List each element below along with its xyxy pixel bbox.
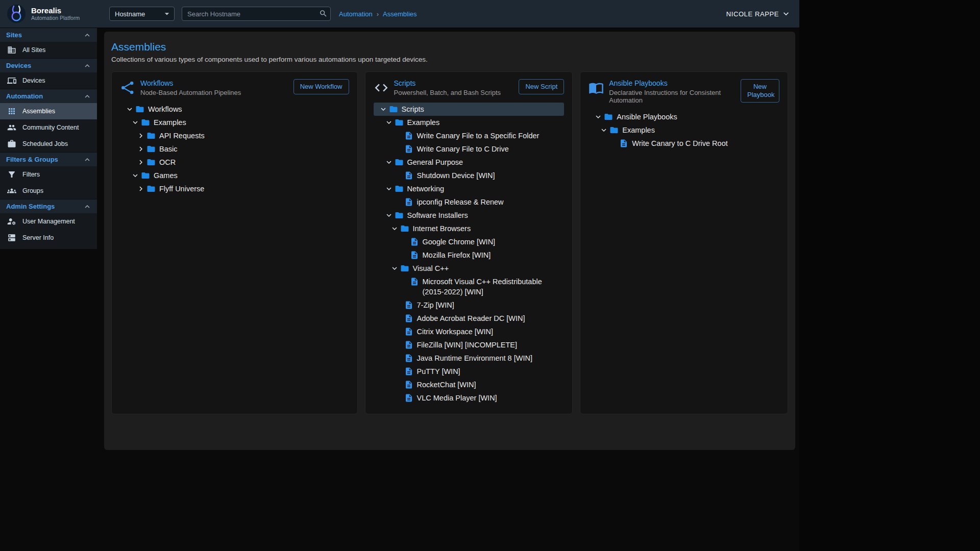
tree-label: Workflows bbox=[148, 104, 182, 114]
tree-file-java-runtime-environment-8-win[interactable]: Java Runtime Environment 8 [WIN] bbox=[374, 352, 565, 365]
new-workflow-button[interactable]: New Workflow bbox=[293, 79, 349, 94]
chevron-down-icon bbox=[384, 211, 394, 220]
folder-icon bbox=[146, 144, 156, 154]
new-script-button[interactable]: New Script bbox=[519, 79, 564, 94]
tree-label: Mozilla Firefox [WIN] bbox=[423, 250, 491, 260]
tree-label: Java Runtime Environment 8 [WIN] bbox=[417, 353, 532, 363]
hostname-select[interactable]: Hostname bbox=[109, 7, 175, 21]
scheduled-jobs-icon bbox=[7, 139, 16, 148]
folder-icon bbox=[141, 118, 150, 127]
sidebar-item-user-management[interactable]: User Management bbox=[0, 213, 97, 230]
sidebar-section-automation[interactable]: Automation bbox=[0, 89, 97, 103]
tree-file-citrix-workspace-win[interactable]: Citrix Workspace [WIN] bbox=[374, 325, 565, 338]
tree-folder-ocr[interactable]: OCR bbox=[120, 156, 349, 169]
sidebar-section-devices[interactable]: Devices bbox=[0, 58, 97, 72]
tree-label: Visual C++ bbox=[413, 263, 449, 273]
search-input[interactable] bbox=[182, 7, 331, 21]
file-icon bbox=[404, 300, 413, 310]
tree-file-write-canary-file-to-c-drive[interactable]: Write Canary File to C Drive bbox=[374, 142, 565, 156]
tree-file-microsoft-visual-c-redistributable-2015-2022-win[interactable]: Microsoft Visual C++ Redistributable (20… bbox=[374, 275, 565, 298]
tree-label: API Requests bbox=[159, 131, 205, 141]
sidebar-item-all-sites[interactable]: All Sites bbox=[0, 42, 97, 58]
file-icon bbox=[619, 139, 628, 148]
tree-folder-scripts[interactable]: Scripts bbox=[374, 103, 565, 116]
tree-folder-examples[interactable]: Examples bbox=[589, 123, 779, 137]
breadcrumb-automation[interactable]: Automation bbox=[339, 10, 373, 18]
tree-label: Networking bbox=[407, 184, 445, 194]
tree-folder-examples[interactable]: Examples bbox=[120, 116, 349, 129]
chevron-down-icon bbox=[384, 184, 394, 193]
tree-file-7-zip-win[interactable]: 7-Zip [WIN] bbox=[374, 298, 565, 312]
tree-file-ipconfig-release-renew[interactable]: ipconfig Release & Renew bbox=[374, 195, 565, 209]
breadcrumb-separator: › bbox=[377, 10, 379, 18]
tree-label: Examples bbox=[622, 125, 655, 135]
sidebar-item-server-info[interactable]: Server Info bbox=[0, 230, 97, 246]
tree-file-shutdown-device-win[interactable]: Shutdown Device [WIN] bbox=[374, 169, 565, 182]
sidebar-section-admin-settings[interactable]: Admin Settings bbox=[0, 199, 97, 213]
file-icon bbox=[404, 327, 413, 336]
workflows-card: Workflows Node-Based Automation Pipeline… bbox=[111, 71, 358, 414]
chevron-down-icon bbox=[594, 112, 603, 121]
sidebar-section-sites[interactable]: Sites bbox=[0, 28, 97, 42]
tree-folder-internet-browsers[interactable]: Internet Browsers bbox=[374, 222, 565, 235]
tree-folder-general-purpose[interactable]: General Purpose bbox=[374, 156, 565, 169]
file-icon bbox=[404, 393, 413, 403]
file-icon bbox=[410, 237, 419, 246]
playbook-icon bbox=[589, 80, 604, 95]
tree-folder-workflows[interactable]: Workflows bbox=[120, 103, 349, 116]
devices-icon bbox=[7, 76, 16, 85]
tree-label: OCR bbox=[159, 157, 176, 167]
folder-icon bbox=[400, 264, 409, 273]
tree-file-google-chrome-win[interactable]: Google Chrome [WIN] bbox=[374, 235, 565, 248]
dropdown-arrow-icon bbox=[162, 9, 172, 19]
sidebar-section-label: Admin Settings bbox=[6, 203, 55, 210]
tree-folder-ansible-playbooks[interactable]: Ansible Playbooks bbox=[589, 110, 779, 123]
assemblies-icon bbox=[7, 107, 16, 116]
scripts-card: Scripts Powershell, Batch, and Bash Scri… bbox=[365, 71, 573, 414]
tree-file-mozilla-firefox-win[interactable]: Mozilla Firefox [WIN] bbox=[374, 248, 565, 262]
tree-label: Write Canary to C Drive Root bbox=[632, 138, 727, 148]
chevron-right-icon bbox=[136, 131, 145, 140]
tree-file-putty-win[interactable]: PuTTY [WIN] bbox=[374, 365, 565, 378]
workflows-card-title: Workflows bbox=[140, 79, 288, 87]
tree-folder-api-requests[interactable]: API Requests bbox=[120, 129, 349, 142]
folder-icon bbox=[395, 211, 404, 220]
sidebar-item-assemblies[interactable]: Assemblies bbox=[0, 103, 97, 119]
folder-icon bbox=[146, 131, 156, 140]
user-menu[interactable]: NICOLE RAPPE bbox=[726, 9, 791, 19]
sidebar-item-devices[interactable]: Devices bbox=[0, 72, 97, 89]
breadcrumb-assemblies[interactable]: Assemblies bbox=[383, 10, 416, 18]
borealis-logo-icon bbox=[6, 4, 27, 24]
tree-folder-games[interactable]: Games bbox=[120, 169, 349, 182]
sidebar-item-label: Filters bbox=[22, 171, 40, 178]
tree-file-filezilla-win-incomplete[interactable]: FileZilla [WIN] [INCOMPLETE] bbox=[374, 338, 565, 352]
new-playbook-button[interactable]: New Playbook bbox=[741, 79, 779, 103]
tree-folder-networking[interactable]: Networking bbox=[374, 182, 565, 195]
tree-file-write-canary-file-to-a-specific-folder[interactable]: Write Canary File to a Specific Folder bbox=[374, 129, 565, 142]
file-icon bbox=[404, 354, 413, 363]
tree-label: 7-Zip [WIN] bbox=[417, 300, 454, 310]
chevron-right-icon bbox=[136, 144, 145, 154]
brand[interactable]: Borealis Automation Platform bbox=[0, 4, 97, 24]
sidebar-item-filters[interactable]: Filters bbox=[0, 166, 97, 183]
sidebar-item-groups[interactable]: Groups bbox=[0, 183, 97, 199]
sidebar-item-community-content[interactable]: Community Content bbox=[0, 119, 97, 136]
hostname-select-value: Hostname bbox=[115, 10, 145, 18]
tree-file-rocketchat-win[interactable]: RocketChat [WIN] bbox=[374, 378, 565, 391]
tree-label: Software Installers bbox=[407, 210, 468, 220]
tree-folder-software-installers[interactable]: Software Installers bbox=[374, 209, 565, 222]
tree-folder-visual-c[interactable]: Visual C++ bbox=[374, 262, 565, 275]
tree-file-write-canary-to-c-drive-root[interactable]: Write Canary to C Drive Root bbox=[589, 137, 779, 150]
sidebar-section-filters-groups[interactable]: Filters & Groups bbox=[0, 152, 97, 166]
tree-folder-examples[interactable]: Examples bbox=[374, 116, 565, 129]
folder-icon bbox=[135, 105, 144, 114]
file-icon bbox=[410, 251, 419, 260]
tree-file-vlc-media-player-win[interactable]: VLC Media Player [WIN] bbox=[374, 391, 565, 405]
tree-folder-flyff-universe[interactable]: Flyff Universe bbox=[120, 182, 349, 195]
sidebar-item-scheduled-jobs[interactable]: Scheduled Jobs bbox=[0, 136, 97, 152]
tree-folder-basic[interactable]: Basic bbox=[120, 142, 349, 156]
folder-icon bbox=[146, 184, 156, 193]
file-icon bbox=[404, 197, 413, 207]
page-title: Assemblies bbox=[111, 41, 788, 53]
tree-file-adobe-acrobat-reader-dc-win[interactable]: Adobe Acrobat Reader DC [WIN] bbox=[374, 312, 565, 325]
